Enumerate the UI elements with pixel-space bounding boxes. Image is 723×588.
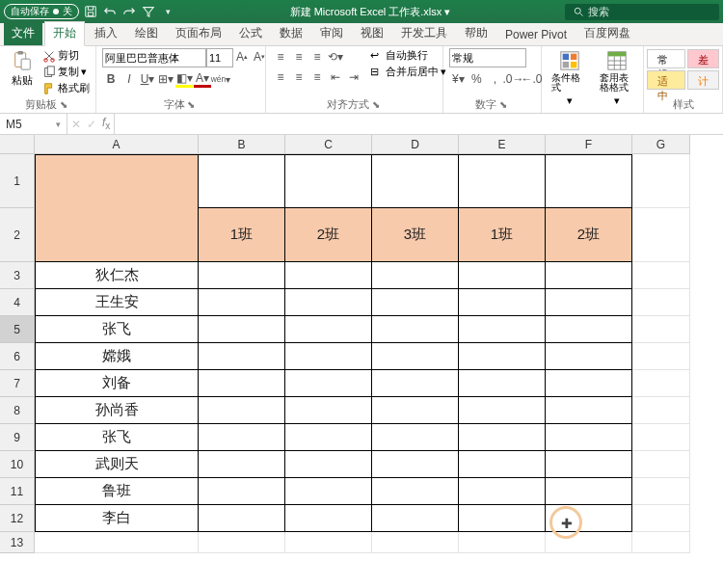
cell-F10[interactable] — [546, 451, 632, 478]
cell-G1[interactable] — [632, 154, 690, 208]
cell-G9[interactable] — [632, 424, 690, 451]
cell-E11[interactable] — [459, 478, 546, 505]
row-header-1[interactable]: 1 — [0, 154, 35, 208]
cell-B2[interactable]: 1班 — [199, 208, 285, 262]
style-bad[interactable]: 差 — [687, 49, 719, 68]
cell-D5[interactable] — [372, 316, 459, 343]
cell-G3[interactable] — [632, 262, 690, 289]
style-calc[interactable]: 计 — [687, 70, 719, 90]
row-header-9[interactable]: 9 — [0, 424, 35, 451]
cell-F5[interactable] — [546, 316, 632, 343]
cell-E5[interactable] — [459, 316, 546, 343]
row-header-7[interactable]: 7 — [0, 370, 35, 397]
cell-C12[interactable] — [285, 505, 372, 532]
border-button[interactable]: ⊞▾ — [157, 70, 174, 88]
cell-G6[interactable] — [632, 343, 690, 370]
cell-C9[interactable] — [285, 424, 372, 451]
cell-F4[interactable] — [546, 289, 632, 316]
cell-F6[interactable] — [546, 343, 632, 370]
row-header-10[interactable]: 10 — [0, 451, 35, 478]
cell-E13[interactable] — [459, 532, 546, 553]
redo-icon[interactable] — [121, 4, 137, 19]
style-mid[interactable]: 适中 — [647, 70, 685, 90]
tab-insert[interactable]: 插入 — [87, 22, 125, 45]
col-header-C[interactable]: C — [285, 135, 372, 154]
align-launcher-icon[interactable]: ⬊ — [369, 99, 383, 110]
cell-D13[interactable] — [372, 532, 459, 553]
row-header-3[interactable]: 3 — [0, 262, 35, 289]
cell-A12[interactable]: 李白 — [35, 505, 199, 532]
cell-D8[interactable] — [372, 397, 459, 424]
inc-decimal-button[interactable]: .0→ — [504, 70, 522, 88]
cell-F11[interactable] — [546, 478, 632, 505]
cell-D9[interactable] — [372, 424, 459, 451]
cell-C2[interactable]: 2班 — [285, 208, 372, 262]
format-painter-button[interactable]: 格式刷 — [42, 81, 90, 95]
cell-G10[interactable] — [632, 451, 690, 478]
cancel-icon[interactable]: ✕ — [71, 118, 81, 131]
cell-G2[interactable] — [632, 208, 690, 262]
cell-C5[interactable] — [285, 316, 372, 343]
cell-F3[interactable] — [546, 262, 632, 289]
autosave-toggle[interactable]: 自动保存 关 — [4, 4, 79, 19]
search-box[interactable]: 搜索 — [565, 4, 719, 20]
comma-button[interactable]: , — [486, 70, 503, 88]
clipboard-launcher-icon[interactable]: ⬊ — [57, 99, 70, 110]
merge-center-button[interactable]: ⊟合并后居中 ▾ — [370, 65, 446, 79]
col-header-G[interactable]: G — [632, 135, 690, 154]
paste-button[interactable]: 粘贴 — [6, 48, 39, 90]
font-name-combo[interactable] — [102, 48, 206, 67]
cell-F8[interactable] — [546, 397, 632, 424]
cell-E3[interactable] — [459, 262, 546, 289]
cell-B5[interactable] — [199, 316, 285, 343]
number-format-combo[interactable] — [449, 48, 526, 67]
row-header-13[interactable]: 13 — [0, 532, 35, 553]
cell-C11[interactable] — [285, 478, 372, 505]
cell-B10[interactable] — [199, 451, 285, 478]
cell-F1[interactable] — [546, 154, 632, 208]
percent-button[interactable]: % — [468, 70, 485, 88]
cell-C7[interactable] — [285, 370, 372, 397]
orientation-button[interactable]: ⟲▾ — [327, 48, 344, 66]
name-box[interactable]: M5 ▾ — [0, 114, 67, 134]
cell-B4[interactable] — [199, 289, 285, 316]
indent-dec-button[interactable]: ⇤ — [327, 68, 344, 86]
tab-help[interactable]: 帮助 — [457, 22, 495, 45]
align-center-button[interactable]: ≡ — [290, 68, 308, 86]
cell-G12[interactable] — [632, 505, 690, 532]
align-left-button[interactable]: ≡ — [272, 68, 289, 86]
cell-C10[interactable] — [285, 451, 372, 478]
cell-D10[interactable] — [372, 451, 459, 478]
increase-font-button[interactable]: A▴ — [233, 48, 251, 66]
cell-E10[interactable] — [459, 451, 546, 478]
cell-D11[interactable] — [372, 478, 459, 505]
dec-decimal-button[interactable]: ←.0 — [522, 70, 540, 88]
cell-E4[interactable] — [459, 289, 546, 316]
tab-dev[interactable]: 开发工具 — [393, 22, 455, 45]
phonetic-button[interactable]: wén▾ — [212, 70, 229, 88]
col-header-B[interactable]: B — [199, 135, 285, 154]
row-header-11[interactable]: 11 — [0, 478, 35, 505]
align-top-button[interactable]: ≡ — [272, 48, 289, 66]
row-header-2[interactable]: 2 — [0, 208, 35, 262]
fx-icon[interactable]: fx — [102, 116, 110, 131]
cell-C13[interactable] — [285, 532, 372, 553]
qat-customize-icon[interactable]: ▾ — [160, 4, 175, 19]
row-header-12[interactable]: 12 — [0, 505, 35, 532]
currency-button[interactable]: ¥▾ — [449, 70, 467, 88]
cell-D6[interactable] — [372, 343, 459, 370]
cell-C6[interactable] — [285, 343, 372, 370]
tab-data[interactable]: 数据 — [272, 22, 310, 45]
cell-B9[interactable] — [199, 424, 285, 451]
cell-D7[interactable] — [372, 370, 459, 397]
formula-input[interactable] — [115, 114, 723, 134]
tab-layout[interactable]: 页面布局 — [168, 22, 229, 45]
tab-draw[interactable]: 绘图 — [127, 22, 166, 45]
cell-C3[interactable] — [285, 262, 372, 289]
row-header-4[interactable]: 4 — [0, 289, 35, 316]
cell-B12[interactable] — [199, 505, 285, 532]
align-right-button[interactable]: ≡ — [308, 68, 326, 86]
cell-G7[interactable] — [632, 370, 690, 397]
cell-A1[interactable] — [35, 154, 199, 208]
cell-E9[interactable] — [459, 424, 546, 451]
